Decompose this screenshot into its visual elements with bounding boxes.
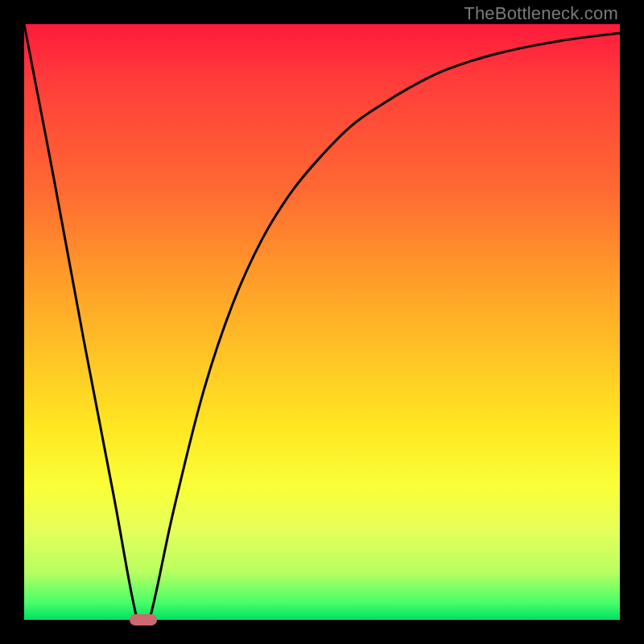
plot-area	[24, 24, 620, 620]
chart-frame: TheBottleneck.com	[0, 0, 644, 644]
bottleneck-curve	[24, 24, 620, 620]
watermark-text: TheBottleneck.com	[464, 3, 618, 24]
bottleneck-indicator	[130, 614, 157, 625]
